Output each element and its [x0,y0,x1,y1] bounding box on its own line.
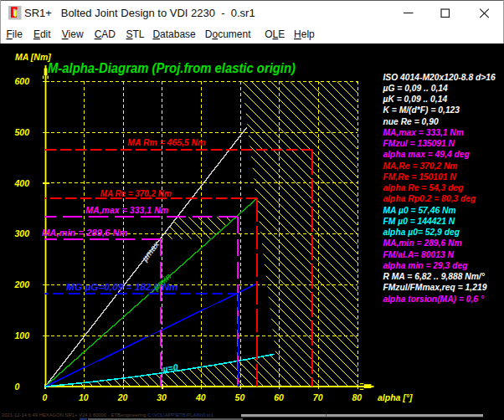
svg-text:10: 10 [79,392,89,402]
svg-text:FM/al.A= 80013 N: FM/al.A= 80013 N [383,250,455,259]
svg-text:30: 30 [157,392,167,402]
svg-text:Database: Database [152,28,196,40]
svg-text:40: 40 [195,392,206,402]
svg-text:alpha [°]: alpha [°] [378,392,413,402]
svg-text:100: 100 [15,330,30,341]
svg-text:MA,max = 333,1 Nm: MA,max = 333,1 Nm [383,128,464,137]
svg-text:ISO 4014-M20x120-8.8 d>16: ISO 4014-M20x120-8.8 d>16 [383,73,496,82]
svg-text:µG = 0,09 .. 0,14: µG = 0,09 .. 0,14 [383,84,448,93]
svg-text:MA,max = 333,1 Nm: MA,max = 333,1 Nm [85,205,168,215]
svg-text:CAD: CAD [95,28,116,40]
svg-text:500: 500 [15,127,30,137]
svg-text:alpha µ0= 52,9 deg: alpha µ0= 52,9 deg [383,228,460,237]
svg-text:600: 600 [15,76,30,86]
svg-text:STL: STL [126,28,145,40]
svg-text:2021-12-14 6:49 HEXAGON SR1+: 2021-12-14 6:49 HEXAGON SR1+ V24.1 60000… [2,413,214,417]
svg-text:Document: Document [205,28,251,40]
svg-text:MA,min = 289,6 Nm: MA,min = 289,6 Nm [42,228,128,238]
svg-text:MA Re = 370,2 Nm: MA Re = 370,2 Nm [100,188,172,198]
svg-text:MA µ0 = 57,46 Nm: MA µ0 = 57,46 Nm [383,206,456,215]
svg-text:60: 60 [274,392,284,402]
svg-text:FMzul = 135091 N: FMzul = 135091 N [383,139,455,148]
svg-text:M-alpha-Diagram (Proj.from ela: M-alpha-Diagram (Proj.from elastic origi… [48,60,296,75]
svg-text:alpha min = 29,3 deg: alpha min = 29,3 deg [383,261,469,270]
svg-text:alpha max = 49,4 deg: alpha max = 49,4 deg [383,150,471,159]
svg-text:K = M/(d*F) = 0,123: K = M/(d*F) = 0,123 [383,105,460,115]
svg-text:20: 20 [117,392,128,402]
svg-text:Help: Help [294,28,315,40]
svg-text:0: 0 [15,382,20,392]
svg-text:MA Rm = 465,5 Nm: MA Rm = 465,5 Nm [127,137,205,147]
svg-text:alpha torsion(MA) = 0,6 °: alpha torsion(MA) = 0,6 ° [383,295,485,304]
svg-text:alpha Rp0.2 = 80,3 deg: alpha Rp0.2 = 80,3 deg [383,194,476,203]
svg-text:MA [Nm]: MA [Nm] [15,52,51,62]
svg-text:SR1+ Bolted Joint Design to: SR1+ Bolted Joint Design to VDI 2230 - 0… [24,7,255,19]
svg-text:0: 0 [43,392,48,402]
svg-text:File: File [7,28,23,40]
svg-text:FMzul/FMmax,req = 1,219: FMzul/FMmax,req = 1,219 [383,283,487,292]
svg-text:FM,Re = 150101 N: FM,Re = 150101 N [383,172,457,182]
svg-text:50: 50 [235,392,245,402]
svg-text:MA,min = 289,6 Nm: MA,min = 289,6 Nm [383,238,462,248]
svg-text:400: 400 [14,178,30,188]
svg-text:alpha Re = 54,3 deg: alpha Re = 54,3 deg [383,183,465,192]
svg-text:View: View [62,28,84,40]
svg-text:70: 70 [313,392,323,402]
svg-text:FM µ0 = 144421 N: FM µ0 = 144421 N [383,217,455,226]
svg-text:Edit: Edit [33,28,51,40]
svg-text:300: 300 [15,228,30,238]
svg-text:R MA = 6,82 .. 9,888 Nm/°: R MA = 6,82 .. 9,888 Nm/° [383,272,486,281]
svg-text:80: 80 [352,392,362,402]
svg-text:OLE: OLE [265,28,285,40]
svg-text:nue Re = 0,90: nue Re = 0,90 [383,117,439,126]
svg-text:MA,Re = 370,2 Nm: MA,Re = 370,2 Nm [383,161,458,171]
svg-text:µK = 0,09 .. 0,14: µK = 0,09 .. 0,14 [383,95,448,104]
svg-text:200: 200 [14,279,30,289]
